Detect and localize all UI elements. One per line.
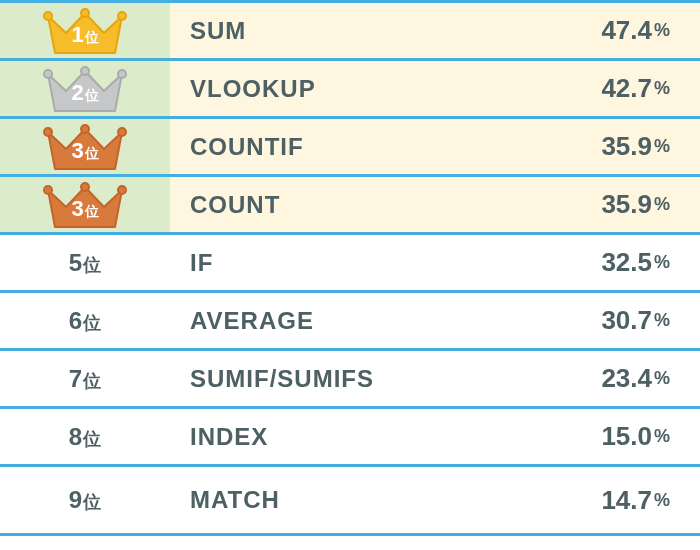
svg-point-3 <box>118 12 126 20</box>
percent-cell: 35.9% <box>510 119 700 174</box>
function-name-cell: MATCH <box>170 467 510 533</box>
function-name-cell: COUNTIF <box>170 119 510 174</box>
rank-number: 3 <box>71 138 83 164</box>
function-name: AVERAGE <box>190 307 314 335</box>
function-name: IF <box>190 249 213 277</box>
rank-cell: 6位 <box>0 293 170 348</box>
table-row: 1 位 SUM47.4% <box>0 3 700 61</box>
percent-value: 15.0 <box>601 421 652 452</box>
rank-suffix: 位 <box>85 87 99 105</box>
percent-mark: % <box>654 252 670 273</box>
percent-cell: 32.5% <box>510 235 700 290</box>
rank-suffix: 位 <box>83 429 101 449</box>
table-row: 9位 MATCH14.7% <box>0 467 700 533</box>
rank-number: 5 <box>69 249 82 276</box>
rank-crown-badge: 3 位 <box>42 181 128 229</box>
rank-cell: 7位 <box>0 351 170 406</box>
svg-point-15 <box>118 186 126 194</box>
rank-number: 8 <box>69 423 82 450</box>
function-name-cell: IF <box>170 235 510 290</box>
percent-cell: 14.7% <box>510 467 700 533</box>
percent-mark: % <box>654 136 670 157</box>
function-name-cell: SUM <box>170 3 510 58</box>
svg-point-9 <box>44 128 52 136</box>
ranking-table: 1 位 SUM47.4% 2 位 VLOOKUP42.7% 3 位 COUNTI… <box>0 0 700 536</box>
function-name: MATCH <box>190 486 280 514</box>
svg-point-7 <box>118 70 126 78</box>
function-name-cell: SUMIF/SUMIFS <box>170 351 510 406</box>
rank-label: 5位 <box>69 249 101 277</box>
percent-value: 14.7 <box>601 485 652 516</box>
table-row: 3 位 COUNT35.9% <box>0 177 700 235</box>
percent-mark: % <box>654 368 670 389</box>
rank-suffix: 位 <box>85 29 99 47</box>
svg-point-6 <box>81 67 89 75</box>
rank-suffix: 位 <box>83 492 101 512</box>
function-name: COUNTIF <box>190 133 304 161</box>
percent-cell: 30.7% <box>510 293 700 348</box>
rank-label: 3 位 <box>71 196 98 222</box>
rank-number: 2 <box>71 80 83 106</box>
svg-point-14 <box>81 183 89 191</box>
percent-mark: % <box>654 78 670 99</box>
rank-suffix: 位 <box>83 255 101 275</box>
percent-mark: % <box>654 490 670 511</box>
function-name: INDEX <box>190 423 268 451</box>
percent-cell: 42.7% <box>510 61 700 116</box>
percent-cell: 35.9% <box>510 177 700 232</box>
percent-mark: % <box>654 194 670 215</box>
percent-cell: 23.4% <box>510 351 700 406</box>
table-row: 3 位 COUNTIF35.9% <box>0 119 700 177</box>
percent-value: 42.7 <box>601 73 652 104</box>
table-row: 5位 IF32.5% <box>0 235 700 293</box>
function-name: SUMIF/SUMIFS <box>190 365 374 393</box>
rank-label: 2 位 <box>71 80 98 106</box>
function-name: SUM <box>190 17 246 45</box>
rank-crown-badge: 1 位 <box>42 7 128 55</box>
rank-cell: 8位 <box>0 409 170 464</box>
rank-label: 9位 <box>69 486 101 514</box>
svg-point-11 <box>118 128 126 136</box>
rank-cell: 1 位 <box>0 3 170 58</box>
percent-mark: % <box>654 310 670 331</box>
rank-number: 9 <box>69 486 82 513</box>
rank-suffix: 位 <box>83 371 101 391</box>
percent-value: 30.7 <box>601 305 652 336</box>
rank-cell: 5位 <box>0 235 170 290</box>
svg-point-1 <box>44 12 52 20</box>
rank-cell: 3 位 <box>0 119 170 174</box>
rank-number: 3 <box>71 196 83 222</box>
table-row: 7位 SUMIF/SUMIFS23.4% <box>0 351 700 409</box>
rank-cell: 3 位 <box>0 177 170 232</box>
rank-cell: 9位 <box>0 467 170 533</box>
rank-suffix: 位 <box>85 145 99 163</box>
rank-crown-badge: 2 位 <box>42 65 128 113</box>
rank-label: 7位 <box>69 365 101 393</box>
function-name-cell: VLOOKUP <box>170 61 510 116</box>
svg-point-10 <box>81 125 89 133</box>
rank-number: 7 <box>69 365 82 392</box>
function-name: COUNT <box>190 191 280 219</box>
svg-point-5 <box>44 70 52 78</box>
rank-number: 1 <box>71 22 83 48</box>
function-name: VLOOKUP <box>190 75 316 103</box>
rank-label: 6位 <box>69 307 101 335</box>
percent-value: 47.4 <box>601 15 652 46</box>
rank-label: 3 位 <box>71 138 98 164</box>
percent-value: 32.5 <box>601 247 652 278</box>
percent-cell: 15.0% <box>510 409 700 464</box>
svg-point-13 <box>44 186 52 194</box>
percent-value: 35.9 <box>601 131 652 162</box>
table-row: 6位 AVERAGE30.7% <box>0 293 700 351</box>
percent-mark: % <box>654 20 670 41</box>
rank-crown-badge: 3 位 <box>42 123 128 171</box>
function-name-cell: COUNT <box>170 177 510 232</box>
table-row: 8位 INDEX15.0% <box>0 409 700 467</box>
rank-cell: 2 位 <box>0 61 170 116</box>
rank-suffix: 位 <box>85 203 99 221</box>
percent-value: 23.4 <box>601 363 652 394</box>
percent-cell: 47.4% <box>510 3 700 58</box>
percent-value: 35.9 <box>601 189 652 220</box>
rank-label: 8位 <box>69 423 101 451</box>
rank-label: 1 位 <box>71 22 98 48</box>
